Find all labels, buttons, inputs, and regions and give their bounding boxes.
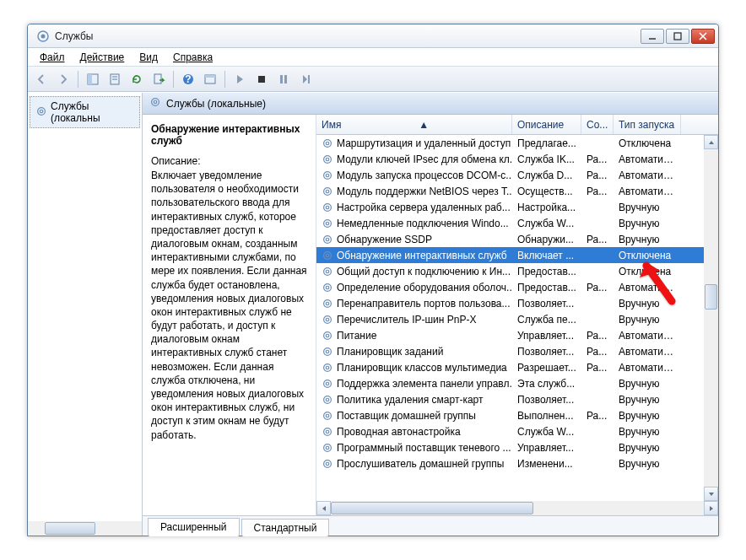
cell-description: Служба W... [512, 426, 581, 438]
scrollbar-thumb[interactable] [45, 522, 95, 535]
table-row[interactable]: Модуль поддержки NetBIOS через T...Осуще… [316, 183, 718, 199]
table-row[interactable]: Модуль запуска процессов DCOM-с...Служба… [316, 167, 718, 183]
titlebar[interactable]: Службы [28, 24, 718, 48]
scroll-right-button[interactable] [704, 501, 718, 515]
back-button[interactable] [31, 69, 51, 89]
table-row[interactable]: Общий доступ к подключению к Ин...Предос… [316, 263, 718, 279]
col-description[interactable]: Описание [512, 115, 581, 134]
tab-standard[interactable]: Стандартный [241, 519, 330, 536]
cell-startup: Вручную [614, 234, 681, 245]
cell-startup: Отключена [614, 266, 681, 277]
gear-icon [322, 346, 333, 358]
gear-icon [322, 202, 333, 213]
gear-icon [322, 378, 333, 390]
table-row[interactable]: Планировщик заданийПозволяет...Ра...Авто… [316, 343, 718, 359]
cell-startup: Вручную [614, 394, 681, 406]
maximize-button[interactable] [666, 29, 689, 44]
gear-icon [322, 426, 333, 438]
pause-service-button[interactable] [273, 69, 294, 89]
toggle-button[interactable] [200, 69, 220, 89]
tab-extended[interactable]: Расширенный [148, 518, 240, 536]
selected-service-name: Обнаружение интерактивных служб [151, 123, 307, 147]
table-row[interactable]: Планировщик классов мультимедиаРазрешает… [316, 359, 718, 375]
menu-help[interactable]: Справка [166, 50, 219, 65]
svg-rect-19 [308, 75, 310, 83]
table-row[interactable]: Модули ключей IPsec для обмена кл...Служ… [316, 151, 718, 167]
scrollbar-thumb[interactable] [705, 284, 717, 310]
sort-indicator-icon: ▲ [419, 119, 429, 131]
cell-description: Предостав... [512, 282, 581, 293]
col-startup[interactable]: Тип запуска [614, 115, 681, 134]
properties-button[interactable] [105, 69, 125, 89]
table-row[interactable]: Прослушиватель домашней группыИзменени..… [316, 455, 718, 471]
table-row[interactable]: Проводная автонастройкаСлужба W...Вручну… [316, 423, 718, 439]
menu-action[interactable]: Действие [73, 50, 132, 65]
cell-startup: Автоматиче... [614, 186, 681, 197]
cell-name: Программный поставщик теневого ... [337, 442, 511, 454]
description-label: Описание: [151, 155, 307, 167]
table-row[interactable]: Маршрутизация и удаленный доступПредлага… [316, 135, 718, 151]
v-scrollbar[interactable] [704, 135, 718, 501]
table-row[interactable]: Перенаправитель портов пользова...Позвол… [316, 295, 718, 311]
scroll-left-button[interactable] [316, 501, 331, 515]
menu-view[interactable]: Вид [132, 50, 165, 65]
svg-text:?: ? [185, 73, 191, 85]
table-row[interactable]: Поставщик домашней группыВыполнен...Ра..… [316, 407, 718, 423]
table-row[interactable]: Настройка сервера удаленных раб...Настро… [316, 199, 718, 215]
gear-icon [322, 218, 333, 229]
gear-icon [322, 314, 333, 326]
cell-startup: Вручную [614, 314, 681, 326]
col-state[interactable]: Со... [581, 115, 614, 134]
tree-pane[interactable]: Службы (локальны [28, 93, 143, 536]
cell-state: Ра... [581, 170, 614, 181]
restart-service-button[interactable] [295, 69, 316, 89]
cell-startup: Автоматиче... [614, 282, 681, 293]
refresh-button[interactable] [127, 69, 147, 89]
show-hide-tree-button[interactable] [83, 69, 103, 89]
column-headers[interactable]: Имя▲ Описание Со... Тип запуска [316, 115, 718, 135]
cell-description: Служба пе... [512, 314, 581, 326]
scrollbar-thumb[interactable] [331, 502, 533, 514]
h-scrollbar[interactable] [316, 501, 718, 515]
cell-description: Выполнен... [512, 410, 581, 422]
start-service-button[interactable] [230, 69, 250, 89]
table-row[interactable]: Обнаружение интерактивных службВключает … [316, 247, 718, 263]
stop-service-button[interactable] [251, 69, 272, 89]
scroll-down-button[interactable] [704, 487, 718, 501]
forward-button[interactable] [53, 69, 73, 89]
table-row[interactable]: Политика удаления смарт-картПозволяет...… [316, 391, 718, 407]
table-row[interactable]: Обнаружение SSDPОбнаружи...Ра...Вручную [316, 231, 718, 247]
table-row[interactable]: ПитаниеУправляет...Ра...Автоматиче... [316, 327, 718, 343]
scroll-up-button[interactable] [704, 135, 718, 149]
table-row[interactable]: Определение оборудования оболоч...Предос… [316, 279, 718, 295]
cell-state: Ра... [581, 362, 614, 374]
cell-name: Обнаружение интерактивных служб [337, 250, 507, 261]
table-row[interactable]: Поддержка элемента панели управл...Эта с… [316, 375, 718, 391]
table-row[interactable]: Немедленные подключения Windo...Служба W… [316, 215, 718, 231]
cell-name: Планировщик классов мультимедиа [337, 362, 507, 374]
cell-description: Позволяет... [512, 346, 581, 358]
minimize-button[interactable] [641, 29, 664, 44]
cell-name: Поддержка элемента панели управл... [337, 378, 512, 390]
cell-name: Общий доступ к подключению к Ин... [337, 266, 511, 277]
cell-description: Включает ... [512, 250, 581, 261]
col-name[interactable]: Имя▲ [316, 115, 512, 134]
help-button[interactable]: ? [178, 69, 198, 89]
menu-file[interactable]: Файл [33, 50, 72, 65]
cell-name: Настройка сервера удаленных раб... [337, 202, 511, 213]
tree-h-scrollbar[interactable] [28, 521, 142, 536]
cell-description: Служба IK... [512, 153, 581, 165]
service-list[interactable]: Имя▲ Описание Со... Тип запуска Маршрути… [316, 115, 718, 515]
cell-name: Модуль поддержки NetBIOS через T... [337, 186, 512, 197]
menubar: Файл Действие Вид Справка [28, 48, 718, 67]
cell-description: Предлагае... [512, 137, 581, 149]
table-row[interactable]: Программный поставщик теневого ...Управл… [316, 439, 718, 455]
export-button[interactable] [149, 69, 169, 89]
table-row[interactable]: Перечислитель IP-шин PnP-XСлужба пе...Вр… [316, 311, 718, 327]
close-button[interactable] [691, 29, 715, 44]
gear-icon [322, 250, 333, 261]
gear-icon [322, 137, 333, 149]
detail-pane: Обнаружение интерактивных служб Описание… [143, 115, 316, 515]
tree-root-node[interactable]: Службы (локальны [30, 96, 140, 128]
gear-icon [35, 105, 47, 120]
